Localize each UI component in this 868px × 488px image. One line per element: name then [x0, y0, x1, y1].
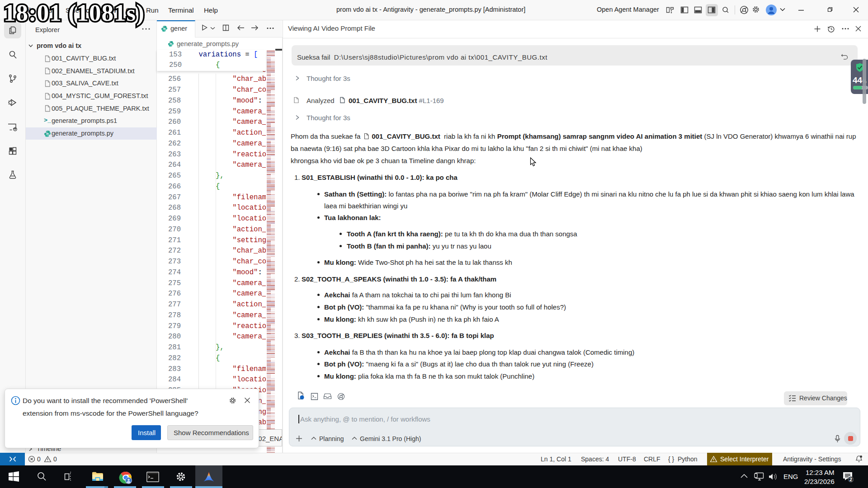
- svg-text:18:01 (1081s): 18:01 (1081s): [4, 0, 145, 26]
- svg-text:2: 2: [849, 477, 852, 482]
